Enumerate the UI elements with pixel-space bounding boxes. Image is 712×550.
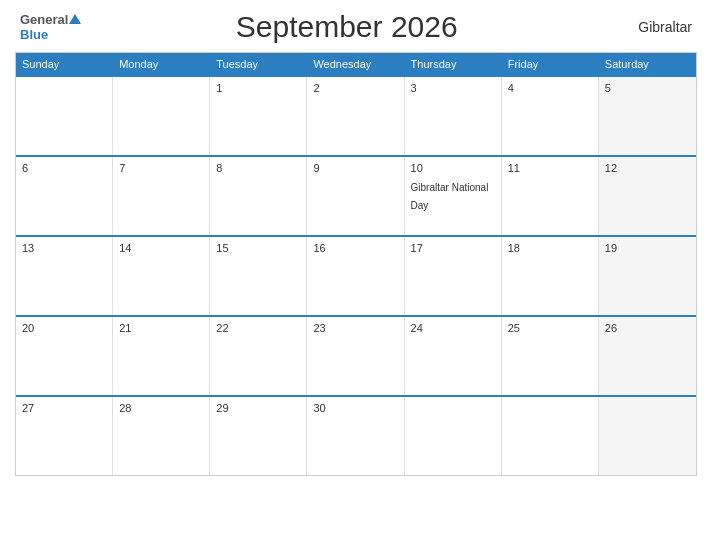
day-number: 13 bbox=[22, 242, 106, 254]
day-header-thursday: Thursday bbox=[405, 53, 502, 75]
day-cell: 22 bbox=[210, 317, 307, 395]
day-number: 29 bbox=[216, 402, 300, 414]
day-number: 20 bbox=[22, 322, 106, 334]
day-cell: 8 bbox=[210, 157, 307, 235]
day-cell: 12 bbox=[599, 157, 696, 235]
day-cell: 23 bbox=[307, 317, 404, 395]
logo-general-text: General bbox=[20, 12, 68, 27]
calendar-title: September 2026 bbox=[81, 10, 612, 44]
day-cell: 9 bbox=[307, 157, 404, 235]
week-row-2: 678910Gibraltar National Day1112 bbox=[16, 155, 696, 235]
day-cell: 17 bbox=[405, 237, 502, 315]
week-row-3: 13141516171819 bbox=[16, 235, 696, 315]
day-number: 9 bbox=[313, 162, 397, 174]
day-number: 11 bbox=[508, 162, 592, 174]
day-cell: 16 bbox=[307, 237, 404, 315]
day-number: 18 bbox=[508, 242, 592, 254]
day-number: 21 bbox=[119, 322, 203, 334]
day-cell: 18 bbox=[502, 237, 599, 315]
day-cell: 21 bbox=[113, 317, 210, 395]
day-cell: 29 bbox=[210, 397, 307, 475]
day-number: 8 bbox=[216, 162, 300, 174]
week-row-1: 12345 bbox=[16, 75, 696, 155]
day-cell: 30 bbox=[307, 397, 404, 475]
week-row-5: 27282930 bbox=[16, 395, 696, 475]
day-cell: 13 bbox=[16, 237, 113, 315]
day-number: 16 bbox=[313, 242, 397, 254]
day-number: 26 bbox=[605, 322, 690, 334]
day-cell bbox=[405, 397, 502, 475]
day-cell bbox=[16, 77, 113, 155]
day-number: 3 bbox=[411, 82, 495, 94]
day-number: 5 bbox=[605, 82, 690, 94]
day-cell: 2 bbox=[307, 77, 404, 155]
week-row-4: 20212223242526 bbox=[16, 315, 696, 395]
day-number: 4 bbox=[508, 82, 592, 94]
day-number: 19 bbox=[605, 242, 690, 254]
day-number: 6 bbox=[22, 162, 106, 174]
day-number: 28 bbox=[119, 402, 203, 414]
day-cell: 11 bbox=[502, 157, 599, 235]
day-number: 7 bbox=[119, 162, 203, 174]
day-cell: 20 bbox=[16, 317, 113, 395]
day-number: 30 bbox=[313, 402, 397, 414]
day-number: 17 bbox=[411, 242, 495, 254]
day-cell: 19 bbox=[599, 237, 696, 315]
day-cell: 3 bbox=[405, 77, 502, 155]
country-label: Gibraltar bbox=[612, 19, 692, 35]
day-cell: 1 bbox=[210, 77, 307, 155]
day-cell: 7 bbox=[113, 157, 210, 235]
day-cell: 15 bbox=[210, 237, 307, 315]
day-cell: 5 bbox=[599, 77, 696, 155]
day-cell: 28 bbox=[113, 397, 210, 475]
day-header-sunday: Sunday bbox=[16, 53, 113, 75]
calendar-header: General Blue September 2026 Gibraltar bbox=[15, 10, 697, 44]
day-cell: 14 bbox=[113, 237, 210, 315]
day-cell: 6 bbox=[16, 157, 113, 235]
day-number: 1 bbox=[216, 82, 300, 94]
day-number: 12 bbox=[605, 162, 690, 174]
calendar-container: General Blue September 2026 Gibraltar Su… bbox=[0, 0, 712, 550]
day-header-monday: Monday bbox=[113, 53, 210, 75]
day-number: 15 bbox=[216, 242, 300, 254]
day-number: 2 bbox=[313, 82, 397, 94]
day-number: 23 bbox=[313, 322, 397, 334]
day-cell bbox=[113, 77, 210, 155]
day-cell: 24 bbox=[405, 317, 502, 395]
day-cell bbox=[599, 397, 696, 475]
day-header-saturday: Saturday bbox=[599, 53, 696, 75]
day-cell: 4 bbox=[502, 77, 599, 155]
weeks-container: 12345678910Gibraltar National Day1112131… bbox=[16, 75, 696, 475]
day-header-wednesday: Wednesday bbox=[307, 53, 404, 75]
logo-triangle-icon bbox=[69, 14, 81, 24]
day-cell: 25 bbox=[502, 317, 599, 395]
day-headers-row: SundayMondayTuesdayWednesdayThursdayFrid… bbox=[16, 53, 696, 75]
calendar-grid: SundayMondayTuesdayWednesdayThursdayFrid… bbox=[15, 52, 697, 476]
day-cell bbox=[502, 397, 599, 475]
day-header-friday: Friday bbox=[502, 53, 599, 75]
logo: General Blue bbox=[20, 12, 81, 42]
day-cell: 10Gibraltar National Day bbox=[405, 157, 502, 235]
day-number: 22 bbox=[216, 322, 300, 334]
logo-blue-text: Blue bbox=[20, 27, 48, 42]
day-number: 27 bbox=[22, 402, 106, 414]
day-number: 14 bbox=[119, 242, 203, 254]
day-number: 25 bbox=[508, 322, 592, 334]
day-number: 10 bbox=[411, 162, 495, 174]
day-cell: 26 bbox=[599, 317, 696, 395]
day-number: 24 bbox=[411, 322, 495, 334]
event-label: Gibraltar National Day bbox=[411, 182, 489, 211]
day-header-tuesday: Tuesday bbox=[210, 53, 307, 75]
day-cell: 27 bbox=[16, 397, 113, 475]
